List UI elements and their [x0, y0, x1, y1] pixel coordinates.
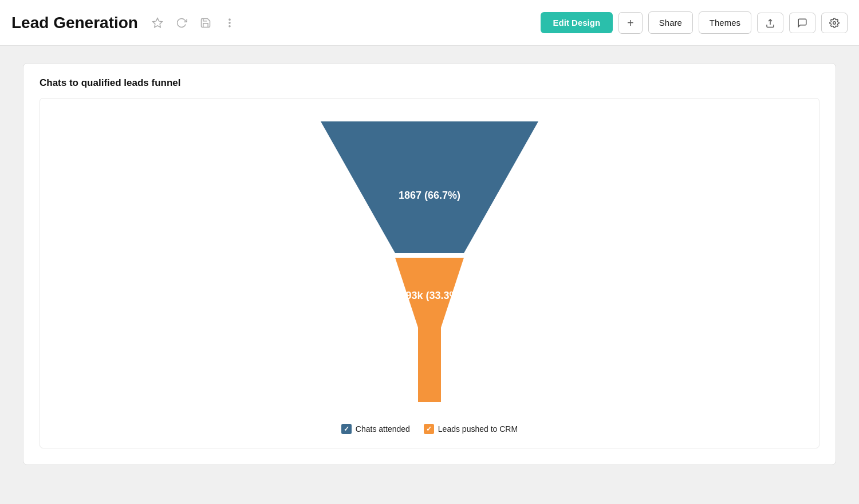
more-options-button[interactable]: [220, 14, 239, 32]
legend-item-chats: ✓ Chats attended: [341, 424, 410, 434]
more-vertical-icon: [224, 17, 235, 29]
share-button[interactable]: Share: [648, 11, 693, 34]
legend: ✓ Chats attended ✓ Leads pushed to CRM: [341, 424, 518, 434]
legend-label-chats: Chats attended: [356, 424, 410, 434]
comment-button[interactable]: [789, 13, 815, 33]
chart-card: Chats to qualified leads funnel 1867 (66…: [23, 63, 836, 465]
legend-checkbox-blue: ✓: [341, 424, 352, 434]
legend-checkbox-orange: ✓: [424, 424, 434, 434]
svg-rect-9: [418, 328, 441, 402]
save-button[interactable]: [196, 14, 215, 32]
gear-icon: [829, 18, 840, 28]
star-icon: [152, 17, 163, 29]
svg-point-2: [229, 22, 230, 23]
chart-area: 1867 (66.7%) 1.93k (33.3%) ✓ Chats atten…: [40, 98, 819, 448]
funnel-container: 1867 (66.7%) 1.93k (33.3%): [286, 116, 573, 414]
svg-marker-6: [321, 121, 538, 253]
themes-button[interactable]: Themes: [699, 11, 751, 34]
svg-text:1867 (66.7%): 1867 (66.7%): [399, 190, 460, 201]
legend-label-leads: Leads pushed to CRM: [438, 424, 518, 434]
refresh-icon: [176, 17, 187, 29]
upload-icon: [765, 18, 775, 28]
favorite-button[interactable]: [148, 14, 167, 32]
settings-button[interactable]: [821, 13, 848, 33]
svg-point-3: [229, 25, 230, 26]
page-title: Lead Generation: [11, 14, 138, 32]
export-button[interactable]: [757, 13, 783, 33]
legend-item-leads: ✓ Leads pushed to CRM: [424, 424, 518, 434]
svg-point-5: [833, 21, 836, 24]
save-icon: [200, 17, 211, 29]
svg-text:1.93k (33.3%): 1.93k (33.3%): [397, 290, 462, 301]
header: Lead Generation Edit Design + Share Them…: [0, 0, 859, 46]
funnel-chart: 1867 (66.7%) 1.93k (33.3%): [286, 116, 573, 414]
main-content: Chats to qualified leads funnel 1867 (66…: [0, 46, 859, 482]
add-button[interactable]: +: [618, 12, 643, 34]
edit-design-button[interactable]: Edit Design: [541, 12, 613, 33]
card-title: Chats to qualified leads funnel: [40, 77, 819, 89]
svg-marker-0: [153, 18, 163, 27]
svg-point-1: [229, 19, 230, 20]
comment-icon: [797, 18, 807, 28]
refresh-button[interactable]: [172, 14, 191, 32]
